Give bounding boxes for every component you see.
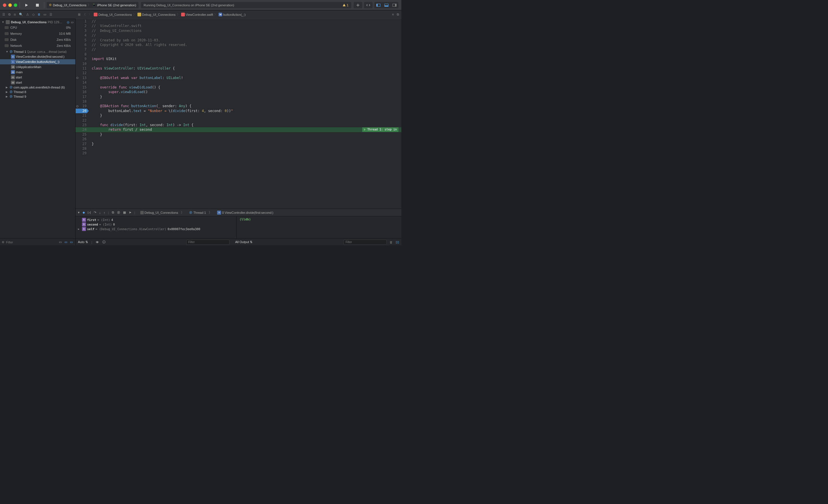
- stack-frame[interactable]: 22 start: [0, 80, 75, 85]
- quicklook-icon[interactable]: 👁: [96, 240, 99, 244]
- line-number[interactable]: 7: [76, 47, 89, 52]
- jumpbar-symbol[interactable]: MbuttonAction(_:): [218, 13, 246, 16]
- code-text[interactable]: //: [89, 33, 96, 38]
- gauge-disk[interactable]: Disk Zero KB/s: [0, 37, 75, 42]
- split-right-icon[interactable]: ▯: [397, 240, 399, 244]
- breakpoints-toggle-icon[interactable]: ◆: [83, 211, 85, 214]
- thread-item[interactable]: ▶ ⦿ com.apple.uikit.eventfetch-thread (6…: [0, 85, 75, 90]
- line-number[interactable]: 12: [76, 71, 89, 75]
- test-nav-icon[interactable]: ◇: [32, 13, 35, 16]
- project-nav-icon[interactable]: ☰: [2, 13, 5, 16]
- filter-input[interactable]: [6, 240, 56, 244]
- location-icon[interactable]: ➤: [129, 211, 131, 214]
- line-number[interactable]: 17: [76, 95, 89, 99]
- variables-filter[interactable]: [186, 240, 230, 245]
- list-icon[interactable]: ▭: [71, 20, 74, 24]
- gauge-cpu[interactable]: CPU 0%: [0, 25, 75, 30]
- toggle-bottom-panel[interactable]: [382, 2, 390, 8]
- line-number[interactable]: 8: [76, 52, 89, 57]
- code-view[interactable]: 1// 2// ViewController.swift 3// Debug_U…: [76, 19, 401, 209]
- info-icon[interactable]: ⓘ: [102, 240, 106, 244]
- code-text[interactable]: [89, 146, 92, 151]
- warning-badge[interactable]: 1: [342, 3, 348, 7]
- debug-nav-icon[interactable]: ≣: [38, 13, 40, 16]
- line-number[interactable]: 14: [76, 80, 89, 85]
- run-button[interactable]: [22, 2, 31, 8]
- related-items-icon[interactable]: ⊞: [78, 13, 81, 16]
- add-button[interactable]: [354, 2, 362, 8]
- back-button[interactable]: 〈: [82, 12, 87, 17]
- breakpoint-nav-icon[interactable]: ▭: [43, 13, 46, 16]
- line-number[interactable]: 28: [76, 146, 89, 151]
- trash-icon[interactable]: 🗑: [389, 240, 393, 244]
- code-text[interactable]: @IBAction func buttonAction(_ sender: An…: [89, 104, 192, 108]
- line-number[interactable]: 18: [76, 99, 89, 104]
- process-header[interactable]: ▼ Debug_UI_Connections PID 129… ◎ ▭: [0, 19, 75, 25]
- code-text[interactable]: [89, 151, 92, 155]
- line-number[interactable]: 20: [76, 108, 89, 113]
- code-text[interactable]: import UIKit: [89, 57, 117, 61]
- thread-1[interactable]: ▼ ⦿ Thread 1 Queue: com.a…-thread (seria…: [0, 49, 75, 54]
- activity-status[interactable]: Running Debug_UI_Connections on iPhone S…: [141, 2, 351, 8]
- gauge-memory[interactable]: Memory 10.6 MB: [0, 31, 75, 36]
- line-number[interactable]: 6: [76, 43, 89, 47]
- code-text[interactable]: }: [89, 142, 94, 146]
- line-number[interactable]: 5: [76, 38, 89, 43]
- code-text[interactable]: [89, 118, 92, 123]
- line-number[interactable]: 11: [76, 66, 89, 71]
- code-text[interactable]: class ViewController: UIViewController {: [89, 66, 175, 71]
- stack-frame[interactable]: 1 ViewController.buttonAction(_:): [0, 59, 75, 64]
- editor-options-icon[interactable]: ⧉: [397, 13, 399, 16]
- code-text[interactable]: //: [89, 47, 96, 52]
- toggle-right-panel[interactable]: [390, 2, 399, 8]
- issue-nav-icon[interactable]: ⚠: [26, 13, 29, 16]
- output-selector[interactable]: All Output ⇅: [235, 240, 252, 244]
- code-text[interactable]: [89, 61, 92, 66]
- thread-item[interactable]: ▶ ⦿ Thread 9: [0, 94, 75, 99]
- gauge-network[interactable]: Network Zero KB/s: [0, 43, 75, 48]
- filter-icon[interactable]: ⊕: [2, 240, 4, 244]
- forward-button[interactable]: 〉: [88, 12, 92, 17]
- gauge-toggle-icon[interactable]: ◎: [67, 20, 70, 24]
- find-nav-icon[interactable]: 🔍: [19, 13, 23, 16]
- debug-thread-crumb[interactable]: ⦿ Thread 1: [189, 211, 206, 214]
- line-number[interactable]: 22: [76, 118, 89, 123]
- variable-row[interactable]: A second = (Int) 0: [78, 222, 234, 227]
- line-number[interactable]: 16: [76, 90, 89, 94]
- jumpbar-project[interactable]: Debug_UI_Connections: [94, 13, 132, 16]
- step-out-icon[interactable]: ↑: [104, 211, 105, 214]
- line-number[interactable]: 2: [76, 24, 89, 28]
- line-number[interactable]: 27: [76, 142, 89, 146]
- step-over-icon[interactable]: ↷: [94, 211, 96, 214]
- code-text[interactable]: [89, 71, 92, 75]
- filter-opt2-icon[interactable]: ▭: [64, 240, 68, 244]
- variable-row[interactable]: ▶ A self = (Debug_UI_Connections.ViewCon…: [78, 227, 234, 231]
- thread-item[interactable]: ▶ ⦿ Thread 8: [0, 90, 75, 94]
- jumpbar-file[interactable]: ViewController.swift: [181, 13, 213, 16]
- jumpbar-folder[interactable]: Debug_UI_Connections: [137, 13, 176, 16]
- line-number[interactable]: 21: [76, 113, 89, 118]
- line-number[interactable]: 1: [76, 19, 89, 24]
- code-text[interactable]: }: [89, 113, 102, 118]
- console-filter[interactable]: [343, 240, 387, 245]
- step-in-icon[interactable]: ↓: [99, 211, 101, 214]
- code-text[interactable]: // Copyright © 2020 seb. All rights rese…: [89, 43, 187, 47]
- editor-layout-icon[interactable]: ≡: [392, 13, 394, 16]
- code-text[interactable]: super.viewDidLoad(): [89, 90, 148, 94]
- code-text[interactable]: buttonLabel.text = "Number = \(divide(fi…: [89, 108, 233, 113]
- continue-icon[interactable]: ▷|: [88, 211, 91, 214]
- code-text[interactable]: func divide(first: Int, second: Int) -> …: [89, 123, 194, 127]
- variables-view[interactable]: A first = (Int) 4 A second = (Int) 0 ▶ A…: [76, 216, 237, 238]
- code-text[interactable]: }: [89, 95, 102, 99]
- toggle-left-panel[interactable]: [374, 2, 382, 8]
- line-number[interactable]: 15: [76, 85, 89, 90]
- line-number[interactable]: 24: [76, 127, 89, 132]
- stack-frame[interactable]: 21 start: [0, 75, 75, 80]
- stack-frame[interactable]: 0 ViewController.divide(first:second:): [0, 54, 75, 59]
- code-text[interactable]: [89, 80, 92, 85]
- filter-opt3-icon[interactable]: ▭: [69, 240, 74, 244]
- code-text[interactable]: override func viewDidLoad() {: [89, 85, 160, 90]
- view-debug-icon[interactable]: ⧉: [112, 211, 114, 214]
- line-number[interactable]: 10: [76, 61, 89, 66]
- maximize-window[interactable]: [14, 3, 17, 7]
